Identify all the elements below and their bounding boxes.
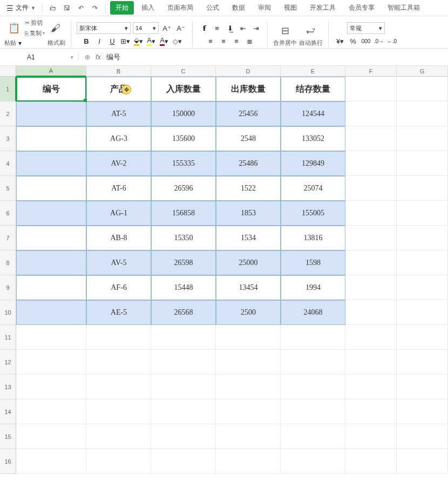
data-cell[interactable]: 2500	[216, 300, 281, 325]
row-header[interactable]: 10	[0, 300, 16, 325]
empty-cell[interactable]	[397, 424, 448, 449]
save-icon[interactable]: 🖫	[61, 2, 73, 14]
merge-cells-icon[interactable]: ⊟	[278, 23, 292, 39]
empty-cell[interactable]	[345, 151, 397, 176]
empty-cell[interactable]	[345, 350, 397, 375]
empty-cell[interactable]	[216, 325, 281, 350]
empty-cell[interactable]	[281, 375, 345, 399]
empty-cell[interactable]	[345, 300, 397, 325]
data-cell[interactable]: AB-8	[86, 226, 151, 250]
empty-cell[interactable]	[16, 399, 86, 424]
data-cell[interactable]: 155335	[151, 151, 216, 176]
paste-icon[interactable]: 📋	[7, 20, 21, 36]
row-header[interactable]: 8	[0, 250, 16, 275]
increase-decimal-icon[interactable]: .0→	[373, 35, 385, 47]
row-header[interactable]: 11	[0, 325, 16, 350]
empty-cell[interactable]	[151, 424, 216, 449]
align-top-icon[interactable]: ⬆̄	[198, 22, 210, 34]
tab-page-layout[interactable]: 页面布局	[162, 1, 199, 15]
data-cell[interactable]: 150000	[151, 101, 216, 126]
empty-cell[interactable]	[216, 449, 281, 474]
col-header-B[interactable]: B	[86, 66, 151, 77]
row-header[interactable]: 7	[0, 226, 16, 250]
header-cell[interactable]: 编号	[16, 77, 86, 101]
data-cell[interactable]	[16, 126, 86, 151]
row-header[interactable]: 12	[0, 350, 16, 375]
data-cell[interactable]: 1994	[281, 275, 345, 300]
cut-button[interactable]: ✂剪切	[23, 18, 46, 28]
data-cell[interactable]	[16, 250, 86, 275]
empty-cell[interactable]	[397, 176, 448, 201]
row-header[interactable]: 2	[0, 101, 16, 126]
empty-cell[interactable]	[151, 449, 216, 474]
currency-icon[interactable]: ¥▾	[334, 35, 346, 47]
tab-dev-tools[interactable]: 开发工具	[304, 1, 341, 15]
file-menu[interactable]: ☰ 文件 ▼	[4, 2, 38, 13]
empty-cell[interactable]	[345, 201, 397, 226]
wrap-text-icon[interactable]: ⮐	[304, 23, 318, 39]
row-header[interactable]: 6	[0, 201, 16, 226]
data-cell[interactable]: 26568	[151, 300, 216, 325]
undo-icon[interactable]: ↶	[75, 2, 87, 14]
empty-cell[interactable]	[216, 350, 281, 375]
data-cell[interactable]: 25456	[216, 101, 281, 126]
data-cell[interactable]: AF-6	[86, 275, 151, 300]
empty-cell[interactable]	[397, 449, 448, 474]
percent-icon[interactable]: %	[347, 35, 359, 47]
empty-cell[interactable]	[86, 375, 151, 399]
empty-cell[interactable]	[16, 325, 86, 350]
data-cell[interactable]: 129849	[281, 151, 345, 176]
empty-cell[interactable]	[216, 424, 281, 449]
row-header-1[interactable]: 1	[0, 77, 16, 101]
select-all-corner[interactable]	[0, 66, 16, 77]
data-cell[interactable]: 1598	[281, 250, 345, 275]
empty-cell[interactable]	[345, 325, 397, 350]
data-cell[interactable]: 1853	[216, 201, 281, 226]
tab-member[interactable]: 会员专享	[343, 1, 380, 15]
data-cell[interactable]: AE-5	[86, 300, 151, 325]
empty-cell[interactable]	[397, 151, 448, 176]
data-cell[interactable]: 13816	[281, 226, 345, 250]
data-cell[interactable]	[16, 300, 86, 325]
data-cell[interactable]: 25486	[216, 151, 281, 176]
empty-cell[interactable]	[397, 375, 448, 399]
data-cell[interactable]: 26598	[151, 250, 216, 275]
cell-grid[interactable]: 编号 产品 入库数量 出库数量 结存数量 ✥ AT-51500002545612…	[16, 77, 448, 474]
tab-smart-tools[interactable]: 智能工具箱	[382, 1, 425, 15]
font-size-select[interactable]: 14▾	[133, 22, 159, 34]
empty-cell[interactable]	[345, 399, 397, 424]
col-header-G[interactable]: G	[397, 66, 448, 77]
indent-left-icon[interactable]: ⇤	[237, 22, 249, 34]
empty-cell[interactable]	[397, 325, 448, 350]
empty-cell[interactable]	[345, 126, 397, 151]
empty-cell[interactable]	[345, 424, 397, 449]
empty-cell[interactable]	[281, 350, 345, 375]
empty-cell[interactable]	[397, 101, 448, 126]
data-cell[interactable]: 155005	[281, 201, 345, 226]
open-icon[interactable]: 🗁	[47, 2, 59, 14]
empty-cell[interactable]	[281, 325, 345, 350]
header-cell[interactable]: 入库数量	[151, 77, 216, 101]
col-header-F[interactable]: F	[345, 66, 397, 77]
data-cell[interactable]: 15350	[151, 226, 216, 250]
tab-review[interactable]: 审阅	[253, 1, 276, 15]
empty-cell[interactable]	[397, 350, 448, 375]
data-cell[interactable]: AT-6	[86, 176, 151, 201]
data-cell[interactable]: 15448	[151, 275, 216, 300]
empty-cell[interactable]	[397, 399, 448, 424]
empty-cell[interactable]	[16, 449, 86, 474]
copy-button[interactable]: ⎘复制▾	[23, 29, 46, 38]
data-cell[interactable]: 26596	[151, 176, 216, 201]
empty-cell[interactable]	[281, 399, 345, 424]
empty-cell[interactable]	[345, 101, 397, 126]
empty-cell[interactable]	[16, 375, 86, 399]
empty-cell[interactable]	[397, 275, 448, 300]
data-cell[interactable]: AV-2	[86, 151, 151, 176]
row-header[interactable]: 15	[0, 424, 16, 449]
header-cell[interactable]: 结存数量	[281, 77, 345, 101]
empty-cell[interactable]	[397, 250, 448, 275]
underline-button[interactable]: U	[106, 35, 118, 47]
fx-icon[interactable]: fx	[96, 53, 101, 61]
col-header-C[interactable]: C	[151, 66, 216, 77]
empty-cell[interactable]	[397, 300, 448, 325]
